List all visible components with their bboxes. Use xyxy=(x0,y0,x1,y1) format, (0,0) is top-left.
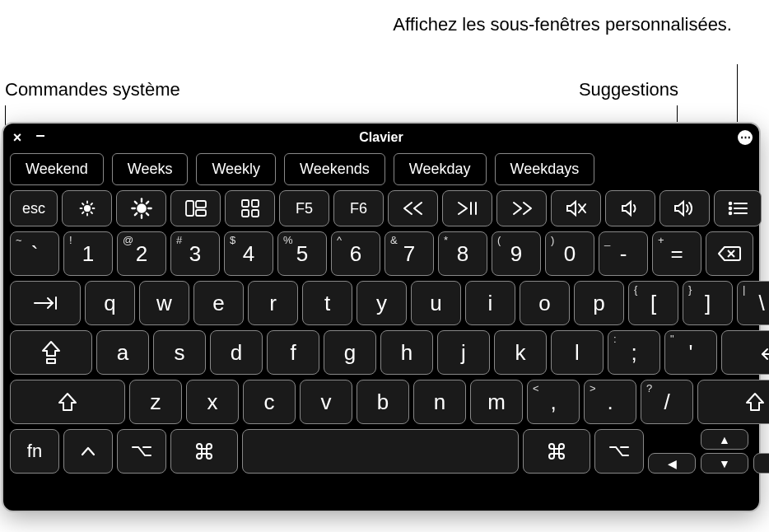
letter-j-key[interactable]: j xyxy=(437,330,490,375)
letter-a-key[interactable]: a xyxy=(96,330,149,375)
arrow-right-key[interactable]: ▶ xyxy=(753,453,769,474)
suggestion-5[interactable]: Weekdays xyxy=(495,153,595,185)
quote-key[interactable]: "' xyxy=(664,330,717,375)
letter-h-key[interactable]: h xyxy=(380,330,433,375)
digit-5-key[interactable]: %5 xyxy=(277,231,327,276)
delete-icon[interactable] xyxy=(706,231,753,276)
rbracket-key[interactable]: }] xyxy=(683,281,733,325)
key-alt: # xyxy=(176,234,182,246)
suggestion-1[interactable]: Weeks xyxy=(112,153,189,185)
digit-2-key[interactable]: @2 xyxy=(117,231,166,276)
esc-key[interactable]: esc xyxy=(10,190,58,226)
minus-key[interactable]: _- xyxy=(599,231,648,276)
caps-lock-icon[interactable] xyxy=(10,330,92,375)
spacebar-key[interactable] xyxy=(242,429,519,474)
suggestion-3[interactable]: Weekends xyxy=(284,153,385,185)
command-left-icon[interactable] xyxy=(170,429,238,474)
fast-forward-icon[interactable] xyxy=(496,190,547,226)
play-pause-icon[interactable] xyxy=(442,190,492,226)
tab-icon[interactable] xyxy=(10,281,81,325)
svg-rect-23 xyxy=(242,210,249,217)
key-alt: ? xyxy=(646,382,652,394)
window-title: Clavier xyxy=(359,130,403,144)
digit-9-key[interactable]: (9 xyxy=(492,231,541,276)
letter-c-key[interactable]: c xyxy=(243,380,296,424)
digit-8-key[interactable]: *8 xyxy=(438,231,487,276)
letter-p-key[interactable]: p xyxy=(574,281,624,325)
option-right-icon[interactable] xyxy=(594,429,644,474)
digit-1-key[interactable]: !1 xyxy=(63,231,113,276)
letter-g-key[interactable]: g xyxy=(324,330,376,375)
fn-key[interactable]: fn xyxy=(10,429,59,474)
brightness-up-icon[interactable] xyxy=(116,190,166,226)
mission-control-icon[interactable] xyxy=(170,190,221,226)
letter-y-key[interactable]: y xyxy=(357,281,407,325)
bottom-row: fn ▲ ◀ ▼ ▶ xyxy=(10,429,753,474)
launchpad-icon[interactable] xyxy=(225,190,275,226)
suggestion-2[interactable]: Weekly xyxy=(196,153,276,185)
key-alt: @ xyxy=(123,234,133,246)
letter-b-key[interactable]: b xyxy=(357,380,409,424)
digit-3-key[interactable]: #3 xyxy=(170,231,220,276)
letter-v-key[interactable]: v xyxy=(300,380,352,424)
letter-u-key[interactable]: u xyxy=(411,281,461,325)
volume-up-icon[interactable] xyxy=(659,190,710,226)
key-alt: " xyxy=(670,333,674,345)
digit-0-key[interactable]: )0 xyxy=(545,231,594,276)
lbracket-key[interactable]: {[ xyxy=(628,281,678,325)
f6-key[interactable]: F6 xyxy=(333,190,384,226)
letter-t-key[interactable]: t xyxy=(302,281,352,325)
return-icon[interactable] xyxy=(721,330,769,375)
command-right-icon[interactable] xyxy=(523,429,590,474)
letter-z-key[interactable]: z xyxy=(129,380,182,424)
letter-d-key[interactable]: d xyxy=(210,330,263,375)
period-key[interactable]: >. xyxy=(584,380,636,424)
arrow-down-key[interactable]: ▼ xyxy=(701,453,748,474)
slash-key[interactable]: ?/ xyxy=(641,380,693,424)
letter-m-key[interactable]: m xyxy=(470,380,523,424)
letter-f-key[interactable]: f xyxy=(267,330,319,375)
letter-n-key[interactable]: n xyxy=(413,380,466,424)
f5-key[interactable]: F5 xyxy=(279,190,329,226)
control-icon[interactable] xyxy=(63,429,113,474)
letter-q-key[interactable]: q xyxy=(85,281,135,325)
letter-o-key[interactable]: o xyxy=(520,281,570,325)
letter-x-key[interactable]: x xyxy=(186,380,239,424)
key-alt: _ xyxy=(604,234,610,246)
minimize-icon[interactable]: – xyxy=(33,130,48,145)
brightness-down-icon[interactable] xyxy=(62,190,112,226)
letter-i-key[interactable]: i xyxy=(465,281,515,325)
suggestion-4[interactable]: Weekday xyxy=(394,153,487,185)
digit-6-key[interactable]: ^6 xyxy=(331,231,380,276)
letter-l-key[interactable]: l xyxy=(551,330,604,375)
digit-7-key[interactable]: &7 xyxy=(384,231,434,276)
volume-down-icon[interactable] xyxy=(605,190,655,226)
key-alt: ^ xyxy=(337,234,342,246)
key-main: 8 xyxy=(457,241,468,267)
semicolon-key[interactable]: :; xyxy=(608,330,660,375)
ellipsis-icon[interactable]: ⋯ xyxy=(738,130,753,145)
backslash-key[interactable]: |\ xyxy=(737,281,769,325)
rewind-icon[interactable] xyxy=(388,190,438,226)
close-icon[interactable]: × xyxy=(10,130,25,145)
digit-4-key[interactable]: $4 xyxy=(224,231,273,276)
arrow-up-key[interactable]: ▲ xyxy=(701,429,748,450)
equals-key[interactable]: += xyxy=(652,231,701,276)
letter-k-key[interactable]: k xyxy=(494,330,547,375)
row-z: z x c v b n m <, >. ?/ xyxy=(10,380,753,424)
mute-icon[interactable] xyxy=(551,190,601,226)
list-icon[interactable] xyxy=(714,190,762,226)
key-main: ' xyxy=(689,340,693,366)
shift-right-icon[interactable] xyxy=(697,380,769,424)
letter-r-key[interactable]: r xyxy=(248,281,298,325)
shift-left-icon[interactable] xyxy=(10,380,125,424)
letter-e-key[interactable]: e xyxy=(193,281,244,325)
letter-s-key[interactable]: s xyxy=(153,330,206,375)
key-main: 3 xyxy=(189,241,201,267)
comma-key[interactable]: <, xyxy=(527,380,580,424)
option-left-icon[interactable] xyxy=(117,429,166,474)
letter-w-key[interactable]: w xyxy=(139,281,189,325)
suggestion-0[interactable]: Weekend xyxy=(10,153,104,185)
arrow-left-key[interactable]: ◀ xyxy=(648,453,696,474)
backtick-key[interactable]: ~ ` xyxy=(10,231,59,276)
